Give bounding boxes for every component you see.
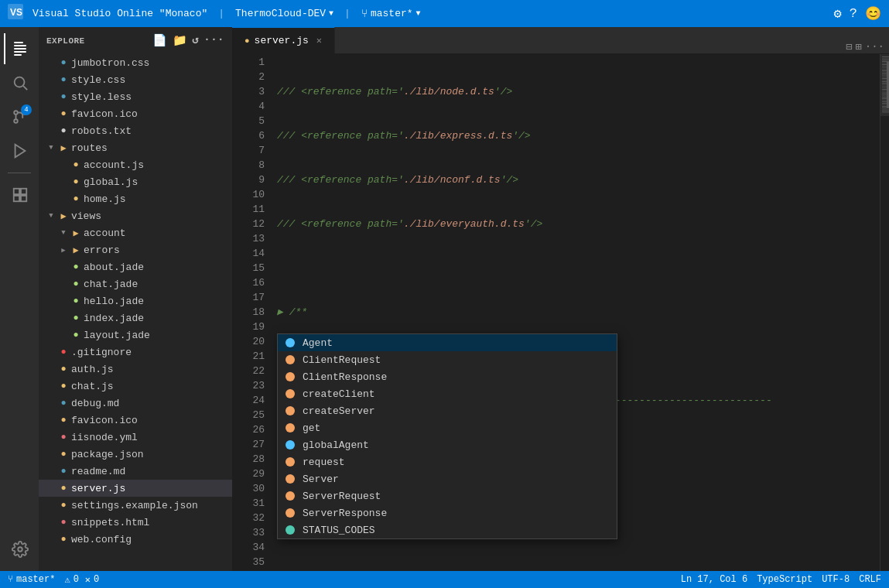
- svg-point-17: [18, 547, 22, 552]
- activity-search[interactable]: [4, 67, 35, 98]
- js-file-icon-account: ●: [70, 159, 82, 170]
- errors-arrow: ▶: [57, 246, 70, 255]
- status-warnings-count: 0: [74, 574, 79, 585]
- folder-account[interactable]: ▼ ▶ account: [39, 224, 232, 241]
- file-gitignore[interactable]: ● .gitignore: [39, 344, 232, 361]
- file-about-jade[interactable]: ● about.jade: [39, 258, 232, 275]
- md-file-icon-readme: ●: [57, 466, 70, 477]
- json-file-icon-pkg: ●: [57, 449, 70, 460]
- file-chat-jade[interactable]: ● chat.jade: [39, 275, 232, 292]
- file-favicon-ico[interactable]: ● favicon.ico: [39, 105, 232, 122]
- folder-routes[interactable]: ▼ ▶ routes: [39, 139, 232, 156]
- autocomplete-item-clientrequest[interactable]: ClientRequest: [278, 351, 617, 368]
- file-hello-jade[interactable]: ● hello.jade: [39, 292, 232, 309]
- activity-files[interactable]: [4, 33, 35, 64]
- ico-file-icon: ●: [57, 108, 70, 119]
- folder-icon-errors: ▶: [70, 244, 82, 256]
- file-layout-jade[interactable]: ● layout.jade: [39, 326, 232, 344]
- status-errors[interactable]: ⚠ 0 ✕ 0: [64, 574, 99, 586]
- clientresponse-ac-icon: [284, 371, 296, 383]
- status-eol[interactable]: CRLF: [859, 574, 881, 585]
- folder-views[interactable]: ▼ ▶ views: [39, 207, 232, 224]
- gear-icon[interactable]: ⚙: [834, 5, 842, 22]
- agent-ac-icon: [284, 337, 296, 349]
- autocomplete-item-createserver[interactable]: createServer: [278, 402, 617, 419]
- autocomplete-item-globalagent[interactable]: globalAgent: [278, 436, 617, 453]
- js-file-icon-home: ●: [70, 193, 82, 204]
- file-readme-md[interactable]: ● readme.md: [39, 463, 232, 480]
- activity-bar: 4: [0, 27, 39, 571]
- status-bar: ⑂ master* ⚠ 0 ✕ 0 Ln 17, Col 6 TypeScrip…: [0, 571, 889, 588]
- file-web-config[interactable]: ● web.config: [39, 531, 232, 548]
- json-file-icon-settings: ●: [57, 500, 70, 511]
- activity-settings[interactable]: [4, 534, 35, 565]
- open-editors-icon[interactable]: ⊞: [855, 40, 861, 53]
- file-index-jade[interactable]: ● index.jade: [39, 309, 232, 326]
- file-style-css[interactable]: ● style.css: [39, 71, 232, 88]
- autocomplete-item-clientresponse[interactable]: ClientResponse: [278, 368, 617, 385]
- svg-text:VS: VS: [10, 7, 22, 18]
- help-icon[interactable]: ?: [850, 6, 857, 21]
- file-server-js[interactable]: ● server.js: [39, 480, 232, 497]
- file-style-less[interactable]: ● style.less: [39, 88, 232, 105]
- new-folder-icon[interactable]: 📁: [173, 33, 188, 48]
- app-logo: VS: [8, 4, 23, 23]
- file-auth-js[interactable]: ● auth.js: [39, 361, 232, 378]
- autocomplete-dropdown[interactable]: Agent ClientRequest ClientResponse creat…: [277, 333, 617, 539]
- file-chat-js[interactable]: ● chat.js: [39, 378, 232, 395]
- more-tab-icon[interactable]: ···: [865, 40, 884, 53]
- file-robots-txt[interactable]: ● robots.txt: [39, 122, 232, 139]
- status-encoding[interactable]: UTF-8: [822, 574, 850, 585]
- file-snippets-html[interactable]: ● snippets.html: [39, 514, 232, 531]
- file-favicon-ico2[interactable]: ● favicon.ico: [39, 412, 232, 429]
- status-ln-col: Ln 17, Col 6: [681, 574, 747, 585]
- project-name[interactable]: ThermoCloud-DEV ▼: [235, 8, 333, 19]
- tab-server-js[interactable]: ● server.js ✕: [232, 27, 335, 53]
- refresh-icon[interactable]: ↺: [192, 33, 199, 48]
- activity-debug[interactable]: [4, 135, 35, 166]
- user-icon[interactable]: 😊: [865, 5, 881, 22]
- split-editor-icon[interactable]: ⊟: [846, 40, 852, 53]
- git-branch-icon: ⑂: [361, 8, 368, 20]
- activity-extensions[interactable]: [4, 179, 35, 210]
- file-jumbotron-css[interactable]: ● jumbotron.css: [39, 54, 232, 71]
- autocomplete-item-request[interactable]: request: [278, 453, 617, 470]
- file-account-js[interactable]: ● account.js: [39, 156, 232, 173]
- svg-rect-4: [14, 48, 26, 50]
- autocomplete-item-server[interactable]: Server: [278, 470, 617, 487]
- file-package-json[interactable]: ● package.json: [39, 446, 232, 463]
- status-position[interactable]: Ln 17, Col 6: [681, 574, 747, 585]
- folder-icon-account: ▶: [70, 227, 82, 239]
- autocomplete-item-createclient[interactable]: createClient: [278, 385, 617, 402]
- ico-file-icon2: ●: [57, 415, 70, 426]
- autocomplete-item-agent[interactable]: Agent: [278, 334, 617, 351]
- tab-bar: ● server.js ✕ ⊟ ⊞ ···: [232, 27, 889, 54]
- new-file-icon[interactable]: 📄: [152, 33, 168, 48]
- jade-file-icon-hello: ●: [70, 296, 82, 306]
- svg-point-7: [15, 77, 25, 87]
- minimap[interactable]: [880, 54, 889, 571]
- file-debug-md[interactable]: ● debug.md: [39, 395, 232, 412]
- file-iisnode-yml[interactable]: ● iisnode.yml: [39, 429, 232, 446]
- serverrequest-ac-icon: [284, 490, 296, 502]
- more-icon[interactable]: ···: [203, 33, 224, 48]
- status-encoding-name: UTF-8: [822, 574, 850, 585]
- activity-git[interactable]: 4: [4, 101, 35, 132]
- autocomplete-item-serverresponse[interactable]: ServerResponse: [278, 504, 617, 521]
- file-home-js[interactable]: ● home.js: [39, 190, 232, 207]
- svg-point-11: [14, 119, 18, 123]
- file-settings-json[interactable]: ● settings.example.json: [39, 497, 232, 514]
- git-file-icon: ●: [57, 347, 70, 357]
- file-global-js[interactable]: ● global.js: [39, 173, 232, 190]
- get-ac-icon: [284, 422, 296, 434]
- autocomplete-item-serverrequest[interactable]: ServerRequest: [278, 487, 617, 504]
- autocomplete-item-get[interactable]: get: [278, 419, 617, 436]
- tab-close-icon[interactable]: ✕: [316, 35, 322, 46]
- autocomplete-item-status-codes[interactable]: STATUS_CODES: [278, 521, 617, 538]
- folder-errors[interactable]: ▶ ▶ errors: [39, 241, 232, 258]
- createserver-ac-icon: [284, 405, 296, 417]
- branch-selector[interactable]: ⑂ master* ▼: [361, 8, 421, 20]
- status-branch[interactable]: ⑂ master*: [8, 574, 55, 585]
- code-editor[interactable]: 12345 678910 1112131415 1617181920 21222…: [232, 54, 889, 571]
- status-language[interactable]: TypeScript: [757, 574, 812, 585]
